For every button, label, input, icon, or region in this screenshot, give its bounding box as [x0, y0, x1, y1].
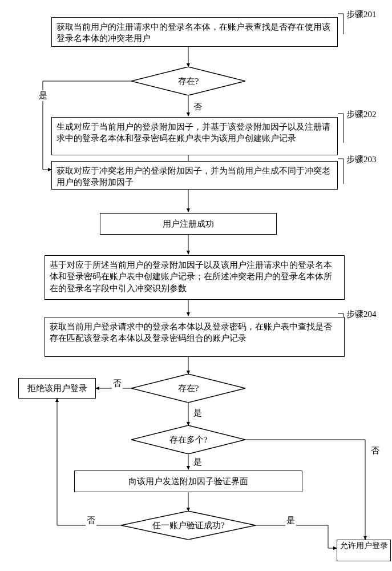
decision-verify-success: 任一账户验证成功?: [121, 511, 256, 540]
node-check-conflict: 获取当前用户的注册请求中的登录名本体，在账户表查找是否存在使用该登录名本体的冲突…: [51, 17, 338, 47]
decision-exists-1: 存在?: [131, 67, 245, 95]
node-get-old-factor: 获取对应于冲突老用户的登录附加因子，并为当前用户生成不同于冲突老用户的登录附加因…: [51, 161, 338, 190]
decision-label: 存在?: [131, 383, 245, 394]
edge-yes: 是: [285, 515, 296, 526]
node-reject-login: 拒绝该用户登录: [18, 378, 96, 399]
edge-no: 否: [112, 378, 123, 389]
edge-no: 否: [370, 445, 381, 456]
decision-label: 存在多个?: [131, 435, 245, 445]
node-send-verify-ui: 向该用户发送附加因子验证界面: [74, 471, 302, 492]
step-label-201: 步骤201: [346, 9, 377, 20]
edge-yes: 是: [192, 408, 203, 419]
decision-label: 存在?: [131, 76, 245, 87]
node-login-lookup: 获取当前用户登录请求中的登录名本体以及登录密码，在账户表中查找是否存在匹配该登录…: [45, 317, 345, 357]
decision-label: 任一账户验证成功?: [121, 520, 256, 531]
step-label-203: 步骤203: [346, 154, 377, 165]
node-allow-login: 允许用户登录: [337, 540, 391, 561]
node-generate-factor-new: 生成对应于当前用户的登录附加因子，并基于该登录附加因子以及注册请求中的登录名本体…: [51, 117, 338, 155]
edge-no: 否: [86, 515, 96, 526]
decision-multiple: 存在多个?: [131, 425, 245, 454]
edge-no: 否: [192, 102, 203, 112]
step-label-202: 步骤202: [346, 109, 377, 120]
decision-exists-2: 存在?: [131, 374, 245, 403]
edge-yes: 是: [38, 90, 49, 101]
edge-yes: 是: [192, 457, 203, 468]
node-create-record-conflict: 基于对应于所述当前用户的登录附加因子以及该用户注册请求中的登录名本体和登录密码在…: [45, 255, 345, 300]
node-register-success: 用户注册成功: [100, 213, 277, 235]
step-label-204: 步骤204: [346, 309, 377, 320]
